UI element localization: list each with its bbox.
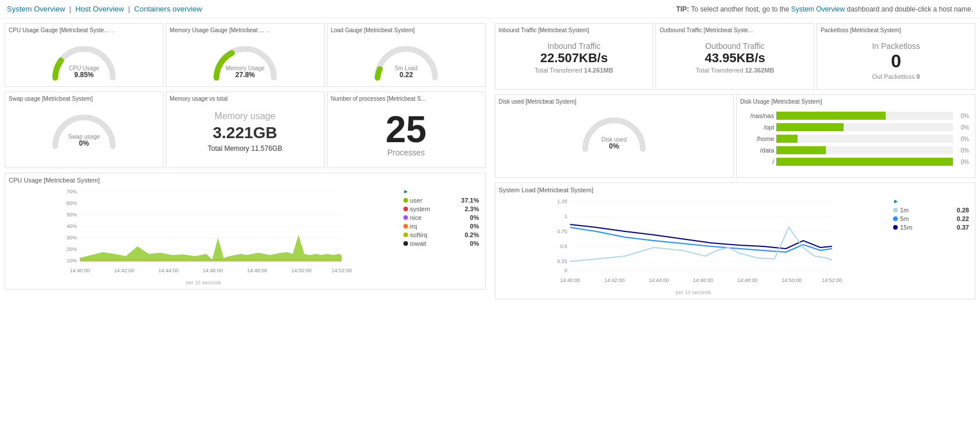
disk-bar-opt: /opt 0% [742,123,969,131]
svg-text:1: 1 [564,214,567,219]
disk-track-opt [776,123,953,131]
load-gauge-title: Load Gauge [Metricbeat System] [331,27,482,33]
legend-iowait-value: 0% [470,240,479,247]
disk-track-root [776,158,953,166]
disk-bar-root: / 0% [742,158,969,166]
disk-label-data: /data [742,147,774,154]
memory-gauge-title: Memory Usage Gauge [Metricbeat ... ... [170,27,321,33]
legend-irq-value: 0% [470,223,479,230]
disk-gauge-svg: Disk used 0% [579,112,649,152]
legend-1m-dot [893,208,898,212]
host-overview-link[interactable]: Host Overview [75,5,124,13]
packetloss-widget: Packetloss [Metricbeat System] In Packet… [817,23,975,90]
outbound-sub: Total Transferred 12.362MB [662,67,808,74]
memory-vs-total-widget: Memory usage vs total Memory usage 3.221… [166,92,325,168]
legend-system-name: system [410,205,463,212]
disk-bar-chart: /nas/nas 0% /opt 0% /home [740,107,971,174]
traffic-row: Inbound Traffic [Metricbeat System] Inbo… [495,23,976,90]
legend-5m-value: 0.22 [957,215,969,222]
cpu-chart-legend: ► user 37.1% system 2.3% nice 0% [401,186,482,285]
row2-widgets: Swap usage [Metricbeat System] Swap usag… [5,92,486,168]
svg-text:27.8%: 27.8% [235,71,255,79]
disk-label-root: / [742,158,774,165]
svg-text:14:48:00: 14:48:00 [247,268,267,273]
svg-text:60%: 60% [67,200,77,206]
containers-overview-link[interactable]: Containers overview [134,5,202,13]
packetloss-value: 0 [823,51,969,72]
svg-text:9.85%: 9.85% [74,71,94,79]
processes-widget: Number of processes [Metricbeat S... 25 … [327,92,486,168]
disk-bar-nas: /nas/nas 0% [742,112,969,120]
disk-label-opt: /opt [742,124,774,131]
disk-fill-opt [776,123,844,131]
disk-pct-data: 0% [955,147,969,154]
memory-gauge-container: Memory Usage 27.8% [170,36,321,83]
memory-vs-value: 3.221GB [213,124,277,142]
disk-label-nas: /nas/nas [742,112,774,119]
inbound-value: 22.507KB/s [501,51,647,66]
system-load-per-label: per 10 seconds [499,290,889,295]
legend-15m-dot [893,225,898,230]
disk-track-nas [776,112,953,120]
tip-label: TIP: [676,5,689,13]
cpu-chart-area: 70% 60% 50% 40% 30% 20% 10% 14:40:00 14:… [9,186,399,285]
packetloss-content: In Packetloss 0 Out Packetloss 0 [821,36,971,86]
svg-text:20%: 20% [67,246,77,252]
cpu-chart-section: CPU Usage [Metricbeat System] 70% [5,173,486,290]
disk-pct-opt: 0% [955,124,969,131]
system-overview-link[interactable]: System Overview [7,5,65,13]
system-load-chart-title: System Load [Metricbeat System] [499,186,972,193]
top-navigation: System Overview | Host Overview | Contai… [0,0,980,18]
legend-irq-dot [403,224,408,229]
disk-used-title: Disk used [Metricbeat System] [499,98,730,105]
legend-softirq: softirq 0.2% [403,231,479,238]
svg-marker-30 [80,235,342,261]
disk-used-widget: Disk used [Metricbeat System] Disk used … [495,94,734,178]
load-gauge-svg: 5m Load 0.22 [372,40,441,81]
legend-user-name: user [410,197,459,204]
disk-track-data [776,146,953,154]
system-load-legend: ► 1m 0.28 5m 0.22 15m 0.37 [891,196,971,295]
svg-text:14:52:00: 14:52:00 [331,268,352,273]
svg-text:30%: 30% [67,235,77,241]
memory-vs-label: Memory usage [215,111,276,121]
load-legend-expand[interactable]: ► [893,198,969,204]
legend-5m-dot [893,216,898,221]
tip-text1: To select another host, go to the [691,5,791,13]
svg-text:14:40:00: 14:40:00 [560,277,580,283]
inbound-content: Inbound Traffic 22.507KB/s Total Transfe… [499,36,650,79]
svg-text:10%: 10% [67,258,77,264]
svg-text:0%: 0% [79,139,89,147]
svg-text:40%: 40% [67,223,77,229]
swap-gauge-widget: Swap usage [Metricbeat System] Swap usag… [5,92,163,168]
legend-system-value: 2.3% [464,205,479,212]
legend-1m: 1m 0.28 [893,207,969,214]
legend-user-value: 37.1% [461,197,479,204]
cpu-gauge-title: CPU Usage Gauge [Metricbeat Syste... ... [9,27,159,33]
legend-15m-name: 15m [900,224,955,231]
packetloss-title: Packetloss [Metricbeat System] [821,27,971,33]
legend-15m-value: 0.37 [957,224,969,231]
outbound-label: Outbound Traffic [662,41,808,51]
cpu-chart-svg: 70% 60% 50% 40% 30% 20% 10% 14:40:00 14:… [9,186,399,278]
outbound-value: 43.95KB/s [662,51,808,66]
svg-text:14:42:00: 14:42:00 [114,268,134,273]
nav-sep-2: | [128,5,130,13]
legend-softirq-value: 0.2% [464,231,479,238]
cpu-gauge-widget: CPU Usage Gauge [Metricbeat Syste... ...… [5,23,163,87]
disk-track-home [776,135,953,143]
legend-user-dot [403,198,408,203]
disk-fill-data [776,146,826,154]
svg-text:14:48:00: 14:48:00 [737,277,757,283]
outbound-traffic-widget: Outbound Traffic [Metricbeat Syste... Ou… [655,23,814,90]
inbound-sub: Total Transferred 14.261MB [501,67,647,74]
svg-text:14:50:00: 14:50:00 [781,277,802,283]
svg-text:14:40:00: 14:40:00 [70,268,90,273]
legend-expand[interactable]: ► [403,188,479,195]
inbound-title: Inbound Traffic [Metricbeat System] [499,27,650,33]
disk-gauge-container: Disk used 0% [499,107,730,157]
tip-link[interactable]: System Overview [791,5,845,13]
svg-text:14:46:00: 14:46:00 [693,277,713,283]
inbound-label: Inbound Traffic [501,41,647,51]
memory-vs-total-title: Memory usage vs total [170,96,321,102]
